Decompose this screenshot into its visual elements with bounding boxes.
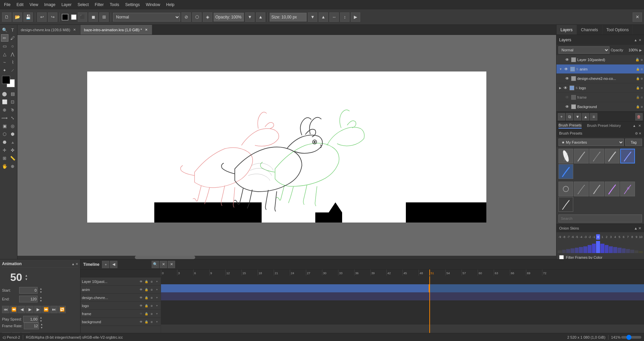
layer-down-btn[interactable]: ▼: [574, 113, 581, 120]
contiguous-selection[interactable]: ⬢: [9, 130, 16, 138]
more-options-btn[interactable]: ▶: [351, 12, 360, 22]
deform-tool[interactable]: ⟿: [1, 114, 8, 121]
onion-bar-5[interactable]: [618, 248, 622, 253]
flip-v-btn[interactable]: ↕: [340, 12, 350, 22]
erase-btn[interactable]: ⊘: [181, 12, 191, 22]
tl-frame-row-3[interactable]: [161, 300, 644, 308]
tl-layer-row-4[interactable]: frame 👁 🔒 α +: [80, 310, 161, 318]
layer-item-4[interactable]: 👁 frame 🔒 α: [556, 93, 644, 102]
anim-end-down[interactable]: ▼: [40, 299, 42, 302]
flip-h-btn[interactable]: ↔: [329, 12, 339, 22]
menu-select[interactable]: Select: [75, 1, 91, 8]
fill-tool[interactable]: ⬤: [1, 90, 8, 97]
menu-help[interactable]: Help: [163, 1, 177, 8]
canvas-viewport[interactable]: [17, 35, 556, 259]
onion-bar--2[interactable]: [588, 245, 592, 253]
tab-channels[interactable]: Channels: [577, 25, 602, 35]
layer-2-lock[interactable]: 🔒: [636, 77, 640, 80]
menu-filter[interactable]: Filter: [92, 1, 107, 8]
layer-3-lock[interactable]: 🔒: [636, 86, 640, 90]
onion-bar--1[interactable]: [592, 244, 596, 253]
tl-frame-row-5[interactable]: [161, 316, 644, 325]
anim-fps-up[interactable]: ▲: [40, 323, 43, 326]
tl-lock-1[interactable]: 🔒: [144, 287, 149, 292]
brush-preset-0[interactable]: [558, 149, 573, 163]
ellipse-tool[interactable]: ○: [9, 42, 16, 50]
tl-lock-4[interactable]: 🔒: [144, 311, 149, 316]
tl-eye-1[interactable]: 👁: [139, 287, 143, 292]
freehand-selection[interactable]: ⬡: [1, 130, 8, 138]
anim-expand-btn[interactable]: ▲: [71, 262, 75, 266]
layer-item-3[interactable]: ▶ 👁 S logo 🔒 α: [556, 83, 644, 93]
gradient-fill-tool[interactable]: ▤: [9, 90, 16, 97]
menu-edit[interactable]: Edit: [14, 1, 26, 8]
layers-blend-mode[interactable]: Normal: [558, 46, 609, 54]
brush-preset-8[interactable]: [589, 182, 604, 196]
tl-layer-row-1[interactable]: anim 👁 🔒 α +: [80, 286, 161, 294]
anim-next-frame-btn[interactable]: ▶: [34, 306, 42, 313]
text-tool[interactable]: T: [9, 26, 16, 34]
layer-item-2[interactable]: 👁 design-chevre2-no-co... 🔒 α: [556, 74, 644, 83]
preserve-alpha-btn[interactable]: ◈: [203, 12, 212, 22]
tl-eye-5[interactable]: 👁: [139, 320, 143, 324]
layer-4-lock[interactable]: 🔒: [636, 96, 640, 99]
tl-eye-3[interactable]: 👁: [139, 303, 143, 308]
onion-bar-4[interactable]: [613, 247, 617, 253]
contiguous-select2[interactable]: ⬣: [1, 138, 8, 146]
brush-preset-6[interactable]: [558, 182, 573, 196]
path-tool[interactable]: ⋀: [9, 50, 16, 58]
assistants-tool[interactable]: ⟋: [9, 66, 16, 74]
brush-preset-10[interactable]: [620, 182, 635, 196]
magnetic-selection[interactable]: ⟁: [9, 138, 16, 146]
menu-view[interactable]: View: [27, 1, 41, 8]
opacity-settings-btn[interactable]: ▶: [639, 48, 642, 52]
tl-frame-row-0[interactable]: [161, 276, 644, 284]
tl-zoom-out-btn[interactable]: 🔍: [152, 261, 159, 268]
elliptical-selection[interactable]: ◎: [9, 122, 16, 130]
onion-bar--8[interactable]: [562, 250, 566, 253]
brush-panel-expand[interactable]: ▲: [632, 123, 637, 128]
open-btn[interactable]: 📂: [13, 12, 22, 22]
anim-fps-down[interactable]: ▼: [40, 326, 43, 329]
scrollbar-thumb[interactable]: [135, 256, 195, 259]
blend-mode-select[interactable]: Normal: [113, 13, 180, 21]
canvas-scrollbar-h[interactable]: [17, 256, 556, 259]
rectangle-tool[interactable]: ▭: [1, 42, 8, 50]
clone-tool[interactable]: ⊕: [1, 106, 8, 113]
menu-image[interactable]: Image: [42, 1, 58, 8]
brush-preset-2[interactable]: [589, 149, 604, 163]
add-layer-btn[interactable]: +: [558, 113, 565, 120]
size-down-btn[interactable]: ▼: [308, 12, 317, 22]
onion-bar--3[interactable]: [583, 246, 587, 253]
tl-frame-row-1[interactable]: [161, 284, 644, 292]
tl-more-3[interactable]: +: [155, 303, 159, 308]
onion-bar-9[interactable]: [635, 250, 639, 253]
tl-lock-5[interactable]: 🔒: [144, 320, 149, 324]
onion-close-btn[interactable]: ✕: [638, 226, 641, 231]
onion-bar-8[interactable]: [630, 250, 634, 253]
layer-4-visibility[interactable]: 👁: [565, 95, 570, 100]
grid-btn[interactable]: ⊞: [99, 12, 109, 22]
anim-start-down[interactable]: ▼: [40, 291, 42, 294]
tl-eye-2[interactable]: 👁: [139, 295, 143, 300]
brush-tag-btn[interactable]: Tag: [625, 139, 642, 146]
brush-tag-select[interactable]: ★ My Favorites: [558, 139, 624, 146]
save-btn[interactable]: 💾: [23, 12, 33, 22]
multibrush-tool[interactable]: ✦: [1, 66, 8, 74]
tl-more-1[interactable]: +: [155, 287, 159, 292]
brush-header-close[interactable]: ✕: [639, 132, 641, 135]
tl-layer-row-5[interactable]: background 👁 🔒 α +: [80, 318, 161, 326]
calligraphy-tool[interactable]: 🖊: [9, 34, 16, 42]
layer-0-lock[interactable]: 🔒: [635, 58, 640, 61]
onion-bar--6[interactable]: [571, 248, 575, 253]
delete-layer-btn[interactable]: 🗑: [635, 113, 643, 120]
anim-play-btn[interactable]: ▶: [26, 306, 34, 313]
anim-start-input[interactable]: [19, 287, 38, 294]
tab-close-0[interactable]: ✕: [72, 28, 77, 32]
tl-lock-2[interactable]: 🔒: [144, 295, 149, 300]
new-document-btn[interactable]: 🗋: [2, 12, 11, 22]
tl-alpha-5[interactable]: α: [149, 320, 154, 324]
layer-5-visibility[interactable]: 👁: [565, 104, 570, 109]
transform-tool[interactable]: ✛: [1, 146, 8, 154]
color-sampler-btn[interactable]: ⬛: [78, 12, 87, 22]
